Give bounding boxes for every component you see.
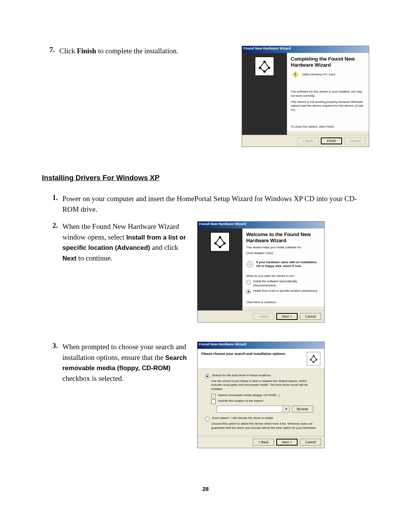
wizard2-opt-auto[interactable]: Install the software automatically (Reco… bbox=[246, 280, 320, 288]
step-2-text: When the Found New Hardware Wizard windo… bbox=[62, 221, 190, 263]
wizard3-back-button[interactable]: < Back bbox=[253, 439, 274, 446]
wizard2-cd-hint: If your hardware came with an installati… bbox=[256, 260, 320, 268]
radio-icon bbox=[205, 374, 210, 379]
section-heading-xp: Installing Drivers For Windows XP bbox=[42, 174, 369, 182]
step-1: 1. Power on your computer and insert the… bbox=[45, 193, 369, 214]
wizard3-chk-removable[interactable]: Search removable media (floppy, CD-ROM..… bbox=[211, 393, 318, 398]
wizard3-cancel-button[interactable]: Cancel bbox=[300, 439, 321, 446]
wizard2-main: Welcome to the Found New Hardware Wizard… bbox=[242, 228, 324, 307]
wizard3-dont-sub: Choose this option to select the device … bbox=[211, 422, 318, 430]
step-7-number: 7. bbox=[42, 46, 59, 56]
wizard1-device: 2Wire Wireless PC Card bbox=[302, 73, 335, 77]
wizard1-cancel-button: Cancel bbox=[344, 137, 366, 144]
wizard2-back-button: < Back bbox=[253, 313, 274, 320]
wizard2-device: [Your Adapter Card] bbox=[246, 251, 320, 255]
wizard1-sidebar bbox=[242, 53, 287, 135]
step-7-bold: Finish bbox=[77, 47, 96, 55]
wizard3-opt-dont[interactable]: Don't search. I will choose the driver t… bbox=[205, 416, 318, 421]
radio-icon bbox=[246, 280, 251, 284]
cd-icon bbox=[246, 260, 254, 269]
wizard2-opt2-label: Install from a list or specific location… bbox=[253, 289, 317, 293]
wizard1-msg2: This device is not working properly beca… bbox=[291, 100, 365, 112]
step-3-post: checkbox is selected. bbox=[62, 374, 124, 382]
wizard3-browse-button[interactable]: Browse bbox=[292, 406, 313, 412]
wizard2-help-line: This wizard helps you install software f… bbox=[246, 246, 320, 249]
checkbox-icon bbox=[211, 399, 216, 404]
checkbox-icon bbox=[211, 394, 216, 398]
wizard2-continue-hint: Click Next to continue. bbox=[246, 300, 320, 304]
wizard1-main: Completing the Found New Hardware Wizard… bbox=[287, 53, 369, 131]
step-2-bold2: Next bbox=[62, 255, 76, 262]
wizard3-header-band: Please choose your search and installati… bbox=[198, 349, 324, 369]
step-7-text: Click Finish to complete the installatio… bbox=[59, 46, 234, 56]
step-2-number: 2. bbox=[45, 221, 62, 263]
hub-icon bbox=[255, 57, 274, 76]
wizard1-heading: Completing the Found New Hardware Wizard bbox=[291, 56, 365, 68]
wizard3-chk-include-label: Include this location in the search: bbox=[218, 399, 264, 403]
wizard-completing: Found New Hardware Wizard Complet bbox=[242, 46, 369, 147]
wizard2-sidebar bbox=[198, 228, 242, 310]
wizard1-finish-button[interactable]: Finish bbox=[321, 137, 342, 144]
wizard3-chk-removable-label: Search removable media (floppy, CD-ROM..… bbox=[218, 393, 279, 397]
wizard1-back-button: < Back bbox=[297, 137, 319, 144]
wizard3-opt-search[interactable]: Search for the best driver in these loca… bbox=[205, 374, 318, 379]
wizard3-chk-include[interactable]: Include this location in the search: bbox=[211, 399, 318, 404]
step-1-number: 1. bbox=[45, 193, 62, 214]
wizard3-next-button[interactable]: Next > bbox=[276, 439, 298, 446]
step-2: 2. When the Found New Hardware Wizard wi… bbox=[45, 221, 190, 263]
wizard3-location-combobox[interactable]: ▾ bbox=[217, 406, 290, 412]
hub-icon bbox=[210, 232, 229, 251]
step-3-number: 3. bbox=[45, 342, 62, 383]
wizard3-search-sub: Use the check boxes below to limit or ex… bbox=[211, 379, 318, 391]
wizard3-body: Search for the best driver in these loca… bbox=[198, 369, 324, 436]
radio-icon bbox=[205, 417, 210, 421]
chevron-down-icon[interactable]: ▾ bbox=[283, 406, 289, 412]
step-1-text: Power on your computer and insert the Ho… bbox=[62, 193, 369, 214]
wizard2-opt-advanced[interactable]: Install from a list or specific location… bbox=[246, 289, 320, 294]
radio-icon bbox=[246, 289, 251, 294]
wizard1-titlebar: Found New Hardware Wizard bbox=[242, 46, 369, 53]
page-number: 28 bbox=[0, 486, 411, 492]
wizard3-location-input[interactable] bbox=[217, 406, 283, 411]
wizard3-opt-dont-label: Don't search. I will choose the driver t… bbox=[212, 416, 274, 420]
wizard3-opt-search-label: Search for the best driver in these loca… bbox=[212, 374, 271, 377]
wizard2-next-button[interactable]: Next > bbox=[276, 313, 298, 320]
svg-point-11 bbox=[249, 264, 251, 265]
step-2-post: to continue. bbox=[76, 254, 112, 262]
wizard2-question: What do you want the wizard to do? bbox=[246, 274, 320, 278]
wizard-welcome: Found New Hardware Wizard bbox=[197, 221, 325, 323]
wizard2-cancel-button[interactable]: Cancel bbox=[300, 313, 321, 320]
wizard2-heading: Welcome to the Found New Hardware Wizard bbox=[246, 232, 320, 243]
wizard1-msg1: The software for this device is now inst… bbox=[291, 90, 365, 98]
wizard3-titlebar: Found New Hardware Wizard bbox=[198, 342, 324, 349]
wizard2-titlebar: Found New Hardware Wizard bbox=[198, 222, 324, 228]
hub-icon bbox=[307, 352, 320, 366]
step-7-post: to complete the installation. bbox=[96, 47, 178, 55]
wizard2-opt1-label: Install the software automatically (Reco… bbox=[253, 280, 320, 288]
svg-text:!: ! bbox=[295, 72, 296, 77]
wizard-search-options: Found New Hardware Wizard Please choose … bbox=[197, 342, 325, 448]
step-3-text: When prompted to choose your search and … bbox=[62, 342, 190, 383]
step-2-mid: and click bbox=[150, 243, 178, 251]
wizard3-header: Please choose your search and installati… bbox=[201, 352, 286, 356]
wizard1-close-hint: To close this wizard, click Finish. bbox=[291, 125, 365, 129]
step-7: 7. Click Finish to complete the installa… bbox=[42, 46, 234, 56]
step-7-pre: Click bbox=[59, 47, 77, 55]
warning-icon: ! bbox=[291, 70, 300, 79]
step-3: 3. When prompted to choose your search a… bbox=[45, 342, 190, 383]
